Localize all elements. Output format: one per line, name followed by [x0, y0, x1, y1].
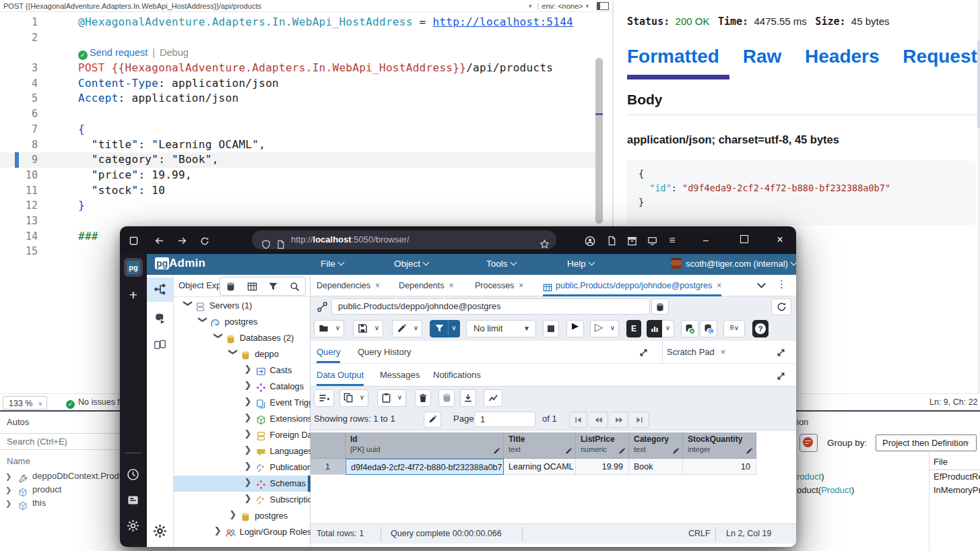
editor-scrollbar[interactable]	[595, 58, 603, 224]
menu-tools[interactable]: Tools	[486, 259, 516, 269]
tree-chevron-icon[interactable]: ❯	[244, 493, 252, 503]
tab-scratch-pad[interactable]: Scratch Pad×	[667, 341, 725, 363]
tree-item-schemas-1[interactable]: ❯Schemas (1)	[174, 476, 311, 492]
column-header-title[interactable]: Titletext	[504, 432, 576, 459]
tree-chevron-icon[interactable]: ❯	[229, 509, 236, 519]
save-data-button[interactable]	[438, 389, 455, 407]
tab-request[interactable]: Request	[903, 46, 977, 67]
last-page-button[interactable]	[631, 412, 649, 428]
editor-line-5[interactable]: 5Accept: application/json	[0, 91, 613, 106]
row-number-cell[interactable]: 1	[311, 459, 346, 475]
tree-chevron-icon[interactable]: ❯	[244, 396, 252, 406]
close-tab-icon[interactable]: ×	[375, 281, 380, 290]
editor-line-6[interactable]: 6	[0, 106, 613, 122]
editor-line-1[interactable]: 1@HexagonalAdventure.Adapters.In.WebApi_…	[0, 15, 613, 30]
close-tab-icon[interactable]: ×	[519, 281, 523, 290]
open-file-dropdown[interactable]: ∨	[332, 320, 344, 337]
tab-query[interactable]: Query	[317, 341, 340, 363]
grid-cell[interactable]: Book	[629, 459, 683, 475]
graph-visualiser-button[interactable]	[484, 389, 502, 407]
tab-list-chevron[interactable]	[757, 280, 766, 288]
workspace-tab-dependencies[interactable]: Dependencies×	[317, 275, 380, 296]
connection-database-button[interactable]	[651, 298, 669, 315]
editor-line-4[interactable]: 4Content-Type: application/json	[0, 76, 613, 92]
execute-options-button[interactable]: ▷	[590, 320, 608, 337]
column-header-id[interactable]: Id[PK] uuid	[346, 432, 504, 459]
extension-button[interactable]	[603, 232, 620, 249]
tree-chevron-icon[interactable]: ❯	[244, 461, 252, 471]
download-results-button[interactable]	[460, 389, 476, 407]
close-tab-icon[interactable]: ×	[449, 281, 453, 290]
account-button[interactable]	[582, 232, 598, 249]
connection-input[interactable]: public.Products/deppo/johndoe@postgres	[331, 298, 650, 315]
paste-button[interactable]	[377, 389, 395, 407]
minimize-button[interactable]: –	[696, 232, 716, 248]
filter-dropdown[interactable]: ∨	[448, 320, 460, 337]
autos-tab[interactable]: Autos	[7, 417, 29, 427]
close-button[interactable]: ×	[770, 232, 790, 248]
tree-chevron-icon[interactable]: ❯	[244, 428, 252, 439]
edit-column-icon[interactable]	[746, 446, 753, 455]
column-header-category[interactable]: Categorytext	[629, 432, 683, 459]
next-page-button[interactable]	[610, 412, 628, 428]
devices-button[interactable]	[644, 232, 660, 249]
autos-name-header[interactable]: Name	[7, 456, 30, 466]
tree-item-extensions[interactable]: ❯Extensions	[174, 411, 311, 427]
limit-selector[interactable]: No limit▼	[466, 320, 536, 337]
pgadmin-tab[interactable]: pg	[124, 258, 143, 277]
expand-output-icon[interactable]	[776, 370, 786, 382]
tree-item-catalogs[interactable]: ❯Catalogs	[174, 379, 311, 395]
tree-chevron-icon[interactable]: ❯	[228, 348, 238, 356]
forward-button[interactable]	[174, 232, 190, 249]
bookmark-star-icon[interactable]	[540, 234, 550, 253]
close-tab-icon[interactable]: ×	[717, 281, 721, 290]
add-row-button[interactable]	[314, 389, 334, 407]
editor-line-10[interactable]: 10 "price": 19.99,	[0, 168, 613, 183]
downloads-button[interactable]	[624, 232, 640, 249]
tab-query-history[interactable]: Query History	[358, 341, 411, 363]
filter-button[interactable]	[430, 320, 449, 337]
first-page-button[interactable]	[569, 412, 587, 428]
tab-messages[interactable]: Messages	[380, 364, 420, 386]
tab-raw[interactable]: Raw	[743, 46, 782, 67]
query-tool-shortcut[interactable]	[147, 307, 173, 331]
edit-range-button[interactable]	[424, 412, 441, 428]
editor-line-12[interactable]: 12}	[0, 198, 613, 214]
url-text[interactable]: http://localhost:5050/browser/	[291, 230, 410, 249]
env-selector-caret-icon[interactable]: ▾	[583, 3, 591, 9]
connection-status-icon[interactable]	[317, 300, 328, 313]
send-request-link[interactable]: Send request	[90, 47, 148, 58]
edit-column-icon[interactable]	[618, 446, 626, 455]
properties-grid-icon[interactable]	[247, 282, 257, 292]
tree-chevron-icon[interactable]: ❯	[214, 332, 224, 339]
tree-item-foreign-data-w[interactable]: ❯Foreign Data W	[174, 427, 311, 443]
tab-data-output[interactable]: Data Output	[317, 364, 364, 386]
save-file-button[interactable]	[353, 320, 372, 337]
explain-button[interactable]: E	[626, 320, 641, 337]
page-number-input[interactable]: 1	[474, 412, 535, 427]
edit-column-icon[interactable]	[493, 446, 500, 455]
grid-cell[interactable]: d9f4eda9-2cf2-4f72-b880-bf232388a0b7	[346, 459, 504, 475]
tree-item-languages[interactable]: ❯Languages	[174, 443, 311, 459]
editor-line-8[interactable]: 8 "title": "Learning OCAML",	[0, 137, 613, 153]
copy-dropdown[interactable]: ∨	[356, 389, 368, 407]
tree-chevron-icon[interactable]: ❯	[214, 525, 222, 536]
address-bar[interactable]: http://localhost:5050/browser/	[252, 230, 556, 249]
debug-link[interactable]: Debug	[160, 47, 189, 58]
tree-item-casts[interactable]: ❯Casts	[174, 362, 311, 379]
settings-button[interactable]	[127, 519, 140, 533]
tree-item-login-group-roles[interactable]: ❯Login/Group Roles	[174, 524, 311, 540]
refresh-layout-button[interactable]	[771, 298, 791, 315]
tree-item-postgres[interactable]: ❯postgres	[174, 314, 311, 330]
close-scratch-pad-icon[interactable]: ×	[721, 347, 726, 357]
execute-button[interactable]: ▶	[566, 320, 584, 337]
tree-chevron-icon[interactable]: ❯	[244, 445, 252, 455]
expand-scratch-pad-icon[interactable]	[776, 346, 786, 358]
expand-chevron-icon[interactable]: ❯	[5, 496, 11, 510]
app-menu-button[interactable]: ≡	[664, 232, 680, 249]
tree-item-postgres[interactable]: ❯postgres	[174, 508, 311, 524]
split-editor-icon[interactable]	[597, 2, 609, 10]
grid-cell[interactable]: Learning OCAML	[504, 459, 576, 475]
tree-item-servers-1[interactable]: ❯Servers (1)	[174, 298, 311, 314]
tab-notifications[interactable]: Notifications	[433, 364, 481, 386]
